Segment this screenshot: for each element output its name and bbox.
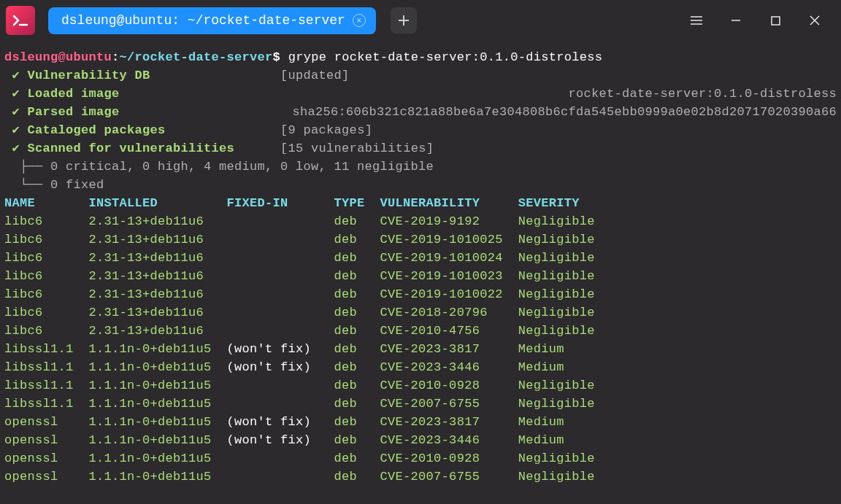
cell-name: libc6 xyxy=(4,269,89,283)
tab-active[interactable]: dsleung@ubuntu: ~/rocket-date-server ✕ xyxy=(48,7,376,34)
cell-vuln: CVE-2019-1010022 xyxy=(380,287,518,301)
prompt-colon: : xyxy=(112,50,120,64)
cell-type: deb xyxy=(334,451,380,465)
cell-fixed xyxy=(227,324,334,338)
col-installed: INSTALLED xyxy=(89,196,227,210)
cell-severity: Negligible xyxy=(518,233,595,247)
task-name: Parsed image xyxy=(28,105,281,119)
cell-type: deb xyxy=(334,287,380,301)
tab-title: dsleung@ubuntu: ~/rocket-date-server xyxy=(61,12,345,30)
cell-fixed xyxy=(227,397,334,411)
hamburger-menu-button[interactable] xyxy=(688,12,705,29)
maximize-button[interactable] xyxy=(767,12,784,29)
vulnerability-row: openssl 1.1.1n-0+deb11u5 deb CVE-2007-67… xyxy=(4,468,837,486)
vulnerability-row: libc6 2.31-13+deb11u6 deb CVE-2019-10100… xyxy=(4,230,837,249)
cell-installed: 1.1.1n-0+deb11u5 xyxy=(89,360,227,374)
cell-severity: Negligible xyxy=(518,306,595,319)
tree-branch-icon: ├── xyxy=(4,160,50,174)
summary-fixed: 0 fixed xyxy=(50,178,104,192)
vulnerability-row: libc6 2.31-13+deb11u6 deb CVE-2010-4756 … xyxy=(4,322,837,340)
cell-severity: Negligible xyxy=(518,251,595,265)
cell-fixed xyxy=(227,287,334,301)
cell-type: deb xyxy=(334,269,380,283)
cell-installed: 1.1.1n-0+deb11u5 xyxy=(89,379,227,392)
maximize-icon xyxy=(771,16,780,26)
cell-name: libc6 xyxy=(4,306,89,319)
close-icon xyxy=(810,15,820,26)
cell-installed: 1.1.1n-0+deb11u5 xyxy=(89,397,227,411)
cell-name: libssl1.1 xyxy=(4,379,89,392)
prompt-user-host: dsleung@ubuntu xyxy=(4,50,112,64)
cell-vuln: CVE-2023-3446 xyxy=(380,433,518,447)
cell-installed: 2.31-13+deb11u6 xyxy=(89,233,227,247)
task-detail: [15 vulnerabilities] xyxy=(280,141,434,155)
cell-fixed xyxy=(227,269,334,283)
vulnerability-row: libc6 2.31-13+deb11u6 deb CVE-2019-10100… xyxy=(4,267,837,285)
cell-vuln: CVE-2019-9192 xyxy=(380,214,518,228)
cell-installed: 2.31-13+deb11u6 xyxy=(89,251,227,265)
cell-fixed xyxy=(227,470,334,484)
cell-name: libc6 xyxy=(4,214,89,228)
titlebar: dsleung@ubuntu: ~/rocket-date-server ✕ xyxy=(0,0,841,41)
command-text: grype rocket-date-server:0.1.0-distroles… xyxy=(288,50,603,64)
cell-fixed: (won't fix) xyxy=(227,342,334,356)
cell-type: deb xyxy=(334,360,380,374)
cell-name: libc6 xyxy=(4,233,89,247)
cell-name: libssl1.1 xyxy=(4,397,89,411)
task-line: ✔ Cataloged packages [9 packages] xyxy=(4,121,837,139)
cell-vuln: CVE-2023-3817 xyxy=(380,415,518,429)
cell-name: libc6 xyxy=(4,324,89,338)
cell-severity: Medium xyxy=(518,342,564,356)
terminal-icon xyxy=(12,14,28,27)
cell-name: openssl xyxy=(4,470,89,484)
vulnerability-row: openssl 1.1.1n-0+deb11u5 deb CVE-2010-09… xyxy=(4,449,837,468)
vulnerability-row: openssl 1.1.1n-0+deb11u5 (won't fix) deb… xyxy=(4,413,837,431)
cell-type: deb xyxy=(334,233,380,247)
task-name: Loaded image xyxy=(28,87,281,101)
vulnerability-row: openssl 1.1.1n-0+deb11u5 (won't fix) deb… xyxy=(4,431,837,449)
vulnerability-row: libssl1.1 1.1.1n-0+deb11u5 deb CVE-2010-… xyxy=(4,376,837,395)
cell-severity: Negligible xyxy=(518,269,595,283)
cell-severity: Negligible xyxy=(518,470,595,484)
check-icon: ✔ xyxy=(4,87,28,101)
vulnerability-row: libc6 2.31-13+deb11u6 deb CVE-2019-10100… xyxy=(4,249,837,267)
terminal-area[interactable]: dsleung@ubuntu:~/rocket-date-server$ gry… xyxy=(0,41,841,490)
col-name: NAME xyxy=(4,196,89,210)
check-icon: ✔ xyxy=(4,105,28,119)
cell-vuln: CVE-2023-3446 xyxy=(380,360,518,374)
task-name: Vulnerability DB xyxy=(28,69,281,82)
menu-icon xyxy=(691,16,702,25)
col-severity: SEVERITY xyxy=(518,196,580,210)
cell-type: deb xyxy=(334,397,380,411)
cell-type: deb xyxy=(334,379,380,392)
cell-severity: Negligible xyxy=(518,379,595,392)
cell-fixed: (won't fix) xyxy=(227,360,334,374)
cell-fixed xyxy=(227,451,334,465)
col-vuln: VULNERABILITY xyxy=(380,196,518,210)
prompt-dollar: $ xyxy=(273,50,281,64)
cell-type: deb xyxy=(334,214,380,228)
cell-installed: 2.31-13+deb11u6 xyxy=(89,306,227,319)
cell-type: deb xyxy=(334,470,380,484)
cell-type: deb xyxy=(334,324,380,338)
vulnerability-row: libssl1.1 1.1.1n-0+deb11u5 (won't fix) d… xyxy=(4,358,837,376)
minimize-button[interactable] xyxy=(727,12,745,29)
tab-close-button[interactable]: ✕ xyxy=(353,14,366,27)
cell-name: openssl xyxy=(4,433,89,447)
task-name: Cataloged packages xyxy=(28,123,281,137)
cell-type: deb xyxy=(334,433,380,447)
new-tab-button[interactable] xyxy=(391,7,417,34)
cell-name: libc6 xyxy=(4,287,89,301)
cell-severity: Negligible xyxy=(518,451,595,465)
cell-vuln: CVE-2007-6755 xyxy=(380,397,518,411)
cell-name: openssl xyxy=(4,451,89,465)
cell-vuln: CVE-2010-0928 xyxy=(380,379,518,392)
task-line: ✔ Scanned for vulnerabilities [15 vulner… xyxy=(4,139,837,158)
close-window-button[interactable] xyxy=(806,12,823,29)
task-line: ✔ Vulnerability DB [updated] xyxy=(4,66,837,85)
cell-vuln: CVE-2007-6755 xyxy=(380,470,518,484)
cell-installed: 1.1.1n-0+deb11u5 xyxy=(89,342,227,356)
cell-fixed xyxy=(227,214,334,228)
summary-counts: 0 critical, 0 high, 4 medium, 0 low, 11 … xyxy=(50,160,434,174)
task-detail-right: sha256:606b321c821a88be6a7e304808b6cfda5… xyxy=(292,103,837,121)
